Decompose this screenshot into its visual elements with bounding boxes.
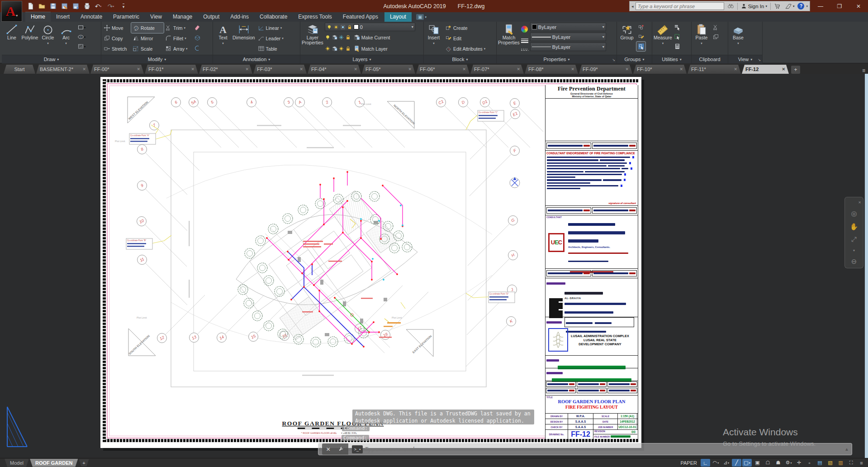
application-menu-button[interactable]: A▾ <box>1 1 22 22</box>
panel-title-clipboard[interactable]: Clipboard <box>692 55 728 63</box>
command-prompt-icon[interactable]: >_▾ <box>352 445 363 453</box>
rectangle-button[interactable]: ▾ <box>77 23 86 32</box>
cut-clip-button[interactable] <box>711 23 720 32</box>
ribbon-tab-express-tools[interactable]: Express Tools <box>293 12 337 22</box>
edit-attributes-button[interactable]: Edit Attributes▾ <box>444 43 487 54</box>
gsel-button[interactable] <box>636 42 645 51</box>
tab-overflow-menu-icon[interactable]: ≡ <box>862 67 865 74</box>
command-line[interactable]: ⁞ ✕ >_▾ ▲ <box>318 443 852 455</box>
move-button[interactable]: Move <box>102 23 131 33</box>
annotation-scale-icon[interactable]: ⚙▾ <box>784 459 793 467</box>
ribbon-tab-add-ins[interactable]: Add-ins <box>225 12 254 22</box>
scale-button[interactable]: Scale <box>131 43 164 54</box>
plot-button[interactable] <box>82 2 92 11</box>
file-tab-ff-04[interactable]: FF-04*✕ <box>308 65 361 74</box>
drawing-canvas[interactable]: 65A543A21C1DD1EE1FGHJK789101112131415161… <box>0 74 868 458</box>
leader-button[interactable]: Leader▾ <box>256 33 285 43</box>
object-color-dropdown[interactable]: ByLayer▾ <box>530 23 606 31</box>
create-button[interactable]: Create <box>444 23 487 33</box>
file-tab-ff-02[interactable]: FF-02*✕ <box>199 65 252 74</box>
lineweight-dropdown[interactable]: ByLayer▾ <box>530 33 606 41</box>
crosshair-icon[interactable]: ✛ <box>794 459 804 467</box>
insert-button[interactable]: Insert▾ <box>425 23 443 54</box>
command-input[interactable] <box>365 446 844 453</box>
ribbon-tab-output[interactable]: Output <box>198 12 225 22</box>
edit-button[interactable]: Edit <box>444 33 487 43</box>
ungroup-button[interactable] <box>636 23 645 32</box>
customization-icon[interactable]: ≡ <box>857 459 866 467</box>
utility-qsel-button[interactable] <box>673 23 682 32</box>
save-web-button[interactable] <box>71 2 81 11</box>
trim-button[interactable]: Trim▾ <box>164 23 193 33</box>
tab-close-icon[interactable]: ✕ <box>462 67 466 71</box>
ribbon-tab-annotate[interactable]: Annotate <box>75 12 108 22</box>
gedit-button[interactable] <box>636 32 645 42</box>
group-button[interactable]: Group <box>618 23 636 51</box>
copy-clip-button[interactable] <box>711 32 720 42</box>
ribbon-tab-insert[interactable]: Insert <box>51 12 75 22</box>
selection-cycling-icon[interactable]: ▣ <box>753 459 762 467</box>
file-tab-ff-06[interactable]: FF-06*✕ <box>416 65 470 74</box>
file-tab-ff-00[interactable]: FF-00*✕ <box>90 65 144 74</box>
tab-close-icon[interactable]: ✕ <box>354 67 357 71</box>
annotation-autoscale-icon[interactable]: ☗ <box>773 459 783 467</box>
file-tab-ff-07[interactable]: FF-07*✕ <box>470 65 524 74</box>
sign-in-button[interactable]: Sign In▾ <box>740 2 768 10</box>
linear-button[interactable]: Linear▾ <box>256 23 285 33</box>
panel-title-draw[interactable]: Draw▾ <box>2 55 101 63</box>
measure-button[interactable]: Measure▾ <box>653 23 673 51</box>
tab-close-icon[interactable]: ✕ <box>782 67 785 71</box>
help-icon[interactable]: ? <box>797 3 804 10</box>
ellipse-button[interactable]: ▾ <box>77 32 86 42</box>
save-as-button[interactable] <box>59 2 69 11</box>
new-drawing-tab-button[interactable]: + <box>791 66 800 74</box>
polar-tracking-icon[interactable]: ◠▾ <box>711 459 721 467</box>
base-button[interactable]: Base▾ <box>729 23 747 47</box>
new-file-button[interactable] <box>25 2 35 11</box>
tab-close-icon[interactable]: ✕ <box>408 67 412 71</box>
tab-close-icon[interactable]: ✕ <box>679 67 683 71</box>
app-store-cart-icon[interactable] <box>773 2 782 10</box>
color-wheel-icon[interactable] <box>521 26 528 33</box>
linetype-dropdown[interactable]: ByLayer▾ <box>530 43 606 51</box>
ribbon-tab-manage[interactable]: Manage <box>167 12 198 22</box>
tab-close-icon[interactable]: ✕ <box>571 67 574 71</box>
utility-calc-button[interactable] <box>673 42 682 51</box>
hatch-button[interactable]: ▾ <box>77 42 86 51</box>
lineweight-icon[interactable] <box>521 38 528 43</box>
restore-button[interactable]: ❐ <box>830 0 849 12</box>
undo-button[interactable]: ↶▾ <box>93 2 103 11</box>
layer-properties-button[interactable]: LayerProperties <box>301 23 324 54</box>
file-tab-ff-12[interactable]: FF-12✕ <box>742 65 789 74</box>
table-button[interactable]: Table <box>256 43 285 54</box>
graphics-performance-icon[interactable]: ▥ <box>836 459 845 467</box>
infocenter-collapse-icon[interactable]: ◂ <box>631 4 634 9</box>
box3d-button[interactable] <box>193 33 202 43</box>
vertical-scrollbar[interactable] <box>865 74 868 458</box>
panel-title-groups[interactable]: Groups▾ <box>617 55 652 63</box>
polyline-button[interactable]: Polyline <box>21 23 39 51</box>
make-current-button[interactable]: Make Current <box>352 32 392 43</box>
ortho-mode-icon[interactable]: ╱ <box>732 459 741 467</box>
file-tab-ff-10[interactable]: FF-10*✕ <box>633 65 687 74</box>
panel-title-utilities[interactable]: Utilities▾ <box>652 55 691 63</box>
offset-button[interactable] <box>193 43 202 53</box>
redo-button[interactable]: ↷▾ <box>104 2 117 11</box>
dimension-button[interactable]: Dimension <box>232 23 256 54</box>
stretch-button[interactable]: Stretch <box>102 43 131 54</box>
file-tab-ff-01[interactable]: FF-01*✕ <box>145 65 198 74</box>
command-customize-wrench-icon[interactable] <box>338 446 344 452</box>
save-button[interactable] <box>48 2 58 11</box>
snap-mode-icon[interactable]: ∟ <box>701 459 710 467</box>
panel-title-annotation[interactable]: Annotation▾ <box>213 55 300 63</box>
line-button[interactable]: Line <box>3 23 21 51</box>
object-snap-icon[interactable]: ▢▾ <box>742 459 752 467</box>
tab-close-icon[interactable]: ✕ <box>245 67 249 71</box>
clean-screen-icon[interactable]: ⛶ <box>846 459 856 467</box>
copy-button[interactable]: Copy <box>102 33 131 43</box>
isometric-drafting-icon[interactable]: ⊿▾ <box>721 459 731 467</box>
ribbon-tab-layout[interactable]: Layout <box>384 12 412 22</box>
close-button[interactable]: ✕ <box>849 0 868 12</box>
file-tab-ff-08[interactable]: FF-08*✕ <box>525 65 578 74</box>
zoom-extents-icon[interactable]: ⤢ <box>851 235 857 243</box>
